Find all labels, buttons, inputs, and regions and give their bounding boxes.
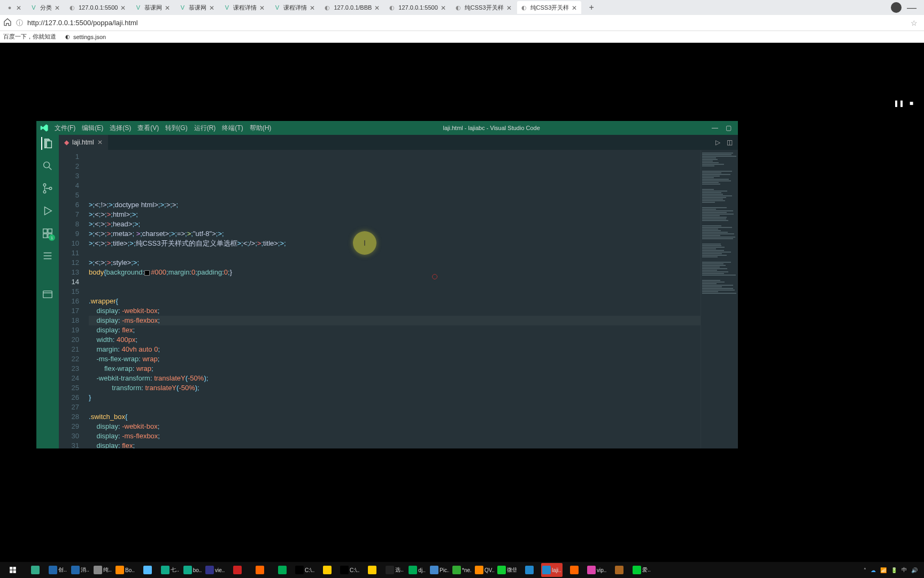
code-line[interactable] [89, 287, 700, 296]
site-info-icon[interactable]: ⓘ [16, 18, 23, 28]
extensions-icon[interactable] [41, 227, 54, 240]
browser-tab[interactable]: ●✕ [3, 1, 26, 14]
taskbar-item[interactable]: bo.. [182, 563, 203, 577]
close-icon[interactable]: ✕ [441, 4, 447, 11]
taskbar-item[interactable]: C:\.. [294, 563, 315, 577]
code-line[interactable]: .switch_box{ [89, 412, 700, 422]
window-minimize-icon[interactable]: — [712, 124, 718, 132]
code-line[interactable]: >;<;>;>;title>;>;纯CSS3开关样式的自定义单选框>;<;/>;… [89, 239, 700, 248]
code-line[interactable]: -ms-flex-wrap: wrap; [89, 354, 700, 364]
vscode-titlebar[interactable]: 文件(F)编辑(E)选择(S)查看(V)转到(G)运行(R)终端(T)帮助(H)… [36, 121, 738, 135]
close-icon[interactable]: ✕ [16, 4, 22, 11]
start-button[interactable] [2, 563, 24, 577]
menu-item[interactable]: 转到(G) [165, 124, 187, 133]
taskbar-item[interactable]: laji.. [541, 563, 563, 577]
taskbar-item[interactable] [25, 563, 46, 577]
menu-item[interactable]: 帮助(H) [250, 124, 272, 133]
tray-ime-icon[interactable]: 中 [902, 566, 907, 574]
taskbar-item[interactable]: 消.. [70, 563, 91, 577]
split-editor-icon[interactable]: ◫ [727, 139, 733, 146]
taskbar-item[interactable]: Bo.. [114, 563, 136, 577]
code-line[interactable]: display: flex; [89, 325, 700, 335]
code-editor[interactable]: 1234567891011121314151617181920212223242… [59, 150, 738, 448]
close-icon[interactable]: ✕ [97, 139, 103, 146]
browser-tab[interactable]: ◐127.0.0.1/BBB✕ [320, 1, 384, 14]
code-line[interactable]: .wrapper{ [89, 296, 700, 306]
close-icon[interactable]: ✕ [259, 4, 266, 11]
taskbar-item[interactable] [317, 563, 338, 577]
taskbar-item[interactable]: vip.. [586, 563, 607, 577]
taskbar-item[interactable] [137, 563, 158, 577]
menu-item[interactable]: 编辑(E) [82, 124, 103, 133]
close-icon[interactable]: ✕ [310, 4, 316, 11]
profile-icon[interactable] [891, 2, 902, 13]
menu-item[interactable]: 文件(F) [55, 124, 75, 133]
code-line[interactable]: display: -ms-flexbox; [89, 431, 700, 441]
taskbar-item[interactable] [564, 563, 585, 577]
editor-tab[interactable]: ◆ laji.html ✕ [59, 135, 108, 150]
code-line[interactable]: >;<;!>;>;doctype html>;>;>;>; [89, 200, 700, 210]
taskbar-item[interactable] [272, 563, 293, 577]
menu-item[interactable]: 终端(T) [222, 124, 243, 133]
taskbar-item[interactable]: vie.. [204, 563, 226, 577]
tray-network-icon[interactable]: 📶 [880, 567, 887, 573]
taskbar-item[interactable] [361, 563, 383, 577]
taskbar-item[interactable]: 微信 [496, 563, 518, 577]
bookmark-star-icon[interactable]: ☆ [911, 19, 918, 27]
run-debug-icon[interactable] [41, 204, 54, 217]
code-line[interactable]: width: 400px; [89, 335, 700, 345]
search-icon[interactable] [41, 159, 54, 172]
taskbar-item[interactable]: 七.. [159, 563, 181, 577]
taskbar-item[interactable] [249, 563, 271, 577]
pause-icon[interactable]: ❚❚ [894, 100, 904, 107]
taskbar-item[interactable]: QV.. [474, 563, 495, 577]
tray-battery-icon[interactable]: 🔋 [891, 567, 897, 573]
code-line[interactable]: } [89, 393, 700, 402]
code-line[interactable]: transform: translateY(-50%); [89, 383, 700, 393]
stop-icon[interactable]: ■ [910, 100, 913, 107]
close-icon[interactable]: ✕ [165, 4, 171, 11]
taskbar-item[interactable]: *ne.. [451, 563, 473, 577]
code-content[interactable]: I >;<;!>;>;doctype html>;>;>;>;>;<;>;>;h… [86, 150, 700, 448]
code-line[interactable]: >;<;>;>;html>;>; [89, 210, 700, 219]
code-line[interactable]: -webkit-transform: translateY(-50%); [89, 374, 700, 383]
taskbar-item[interactable]: 创.. [47, 563, 68, 577]
browser-tab[interactable]: V慕课网✕ [131, 1, 174, 14]
taskbar-item[interactable]: 纯.. [92, 563, 113, 577]
browser-tab[interactable]: ◐127.0.0.1:5500✕ [65, 1, 130, 14]
code-line[interactable]: display: -ms-flexbox; [89, 316, 700, 325]
menu-item[interactable]: 选择(S) [110, 124, 131, 133]
close-icon[interactable]: ✕ [506, 4, 513, 11]
source-control-icon[interactable] [41, 182, 54, 195]
code-line[interactable]: display: flex; [89, 441, 700, 448]
url-text[interactable]: http://127.0.0.1:5500/poppa/laji.html [27, 19, 906, 27]
window-maximize-icon[interactable]: ▢ [726, 124, 732, 132]
window-minimize-icon[interactable]: — [907, 2, 917, 13]
live-preview-icon[interactable] [41, 288, 54, 301]
browser-tab[interactable]: V课程详情✕ [270, 1, 319, 14]
tray-sound-icon[interactable]: 🔊 [911, 567, 918, 573]
code-line[interactable] [89, 248, 700, 258]
code-line[interactable]: display: -webkit-box; [89, 422, 700, 431]
home-icon[interactable] [3, 18, 12, 28]
taskbar-item[interactable]: dj.. [406, 563, 428, 577]
code-line[interactable]: margin: 40vh auto 0; [89, 345, 700, 354]
taskbar-item[interactable]: 爱.. [631, 563, 652, 577]
browser-tab[interactable]: ◐127.0.0.1:5500✕ [385, 1, 450, 14]
taskbar-item[interactable]: 选.. [384, 563, 405, 577]
tray-chevron-up-icon[interactable]: ˄ [864, 567, 866, 573]
list-icon[interactable] [41, 249, 54, 262]
close-icon[interactable]: ✕ [374, 4, 381, 11]
close-icon[interactable]: ✕ [55, 4, 61, 11]
code-line[interactable] [89, 277, 700, 287]
browser-tab[interactable]: V课程详情✕ [220, 1, 269, 14]
close-icon[interactable]: ✕ [120, 4, 127, 11]
close-icon[interactable]: ✕ [572, 4, 578, 11]
minimap[interactable] [700, 150, 738, 448]
browser-tab[interactable]: V分类✕ [27, 1, 64, 14]
taskbar-item[interactable] [519, 563, 540, 577]
code-line[interactable]: display: -webkit-box; [89, 306, 700, 316]
taskbar-item[interactable]: C:\.. [339, 563, 360, 577]
tray-onedrive-icon[interactable]: ☁ [871, 567, 876, 573]
bookmark-item[interactable]: 百度一下，你就知道 [3, 33, 56, 41]
